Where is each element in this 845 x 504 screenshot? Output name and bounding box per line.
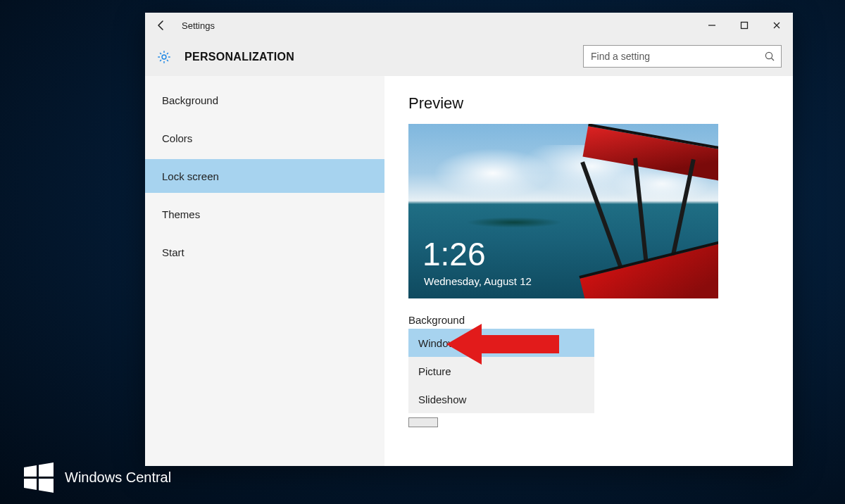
sidebar-item-label: Colors bbox=[162, 132, 192, 144]
sidebar-item-label: Start bbox=[162, 246, 184, 258]
svg-point-2 bbox=[162, 55, 166, 59]
background-dropdown[interactable]: Windows spotlight Picture Slideshow bbox=[408, 329, 594, 413]
lock-screen-preview: 1:26 Wednesday, August 12 bbox=[408, 124, 718, 298]
section-title: PERSONALIZATION bbox=[184, 51, 294, 63]
maximize-button[interactable] bbox=[728, 13, 760, 38]
sidebar-item-start[interactable]: Start bbox=[145, 235, 384, 269]
svg-marker-8 bbox=[24, 479, 37, 490]
sidebar-item-colors[interactable]: Colors bbox=[145, 121, 384, 155]
watermark: Windows Central bbox=[21, 460, 171, 494]
background-option-slideshow[interactable]: Slideshow bbox=[408, 385, 594, 413]
window-title: Settings bbox=[182, 20, 215, 31]
minimize-button[interactable] bbox=[696, 13, 728, 38]
back-button[interactable] bbox=[145, 13, 177, 38]
titlebar: Settings bbox=[145, 13, 793, 38]
preview-time: 1:26 bbox=[423, 238, 486, 270]
background-option-picture[interactable]: Picture bbox=[408, 357, 594, 385]
svg-rect-1 bbox=[741, 23, 748, 29]
svg-line-4 bbox=[772, 58, 775, 61]
background-label: Background bbox=[408, 314, 769, 326]
partial-hidden-button[interactable] bbox=[408, 417, 438, 427]
option-label: Picture bbox=[418, 365, 451, 377]
svg-point-3 bbox=[765, 52, 772, 58]
header-row: PERSONALIZATION bbox=[145, 38, 793, 76]
preview-heading: Preview bbox=[408, 94, 769, 113]
settings-body: Background Colors Lock screen Themes Sta… bbox=[145, 76, 793, 466]
watermark-text: Windows Central bbox=[65, 470, 171, 486]
window-controls bbox=[696, 13, 793, 38]
option-label: Windows spotlight bbox=[418, 337, 503, 349]
svg-marker-6 bbox=[24, 465, 37, 477]
search-input[interactable] bbox=[591, 51, 753, 62]
background-option-spotlight[interactable]: Windows spotlight bbox=[408, 329, 594, 357]
svg-marker-7 bbox=[39, 462, 54, 477]
sidebar-item-label: Themes bbox=[162, 208, 200, 220]
sidebar-item-label: Background bbox=[162, 94, 218, 106]
gear-icon bbox=[156, 49, 172, 65]
sidebar-item-lock-screen[interactable]: Lock screen bbox=[145, 159, 384, 193]
sidebar: Background Colors Lock screen Themes Sta… bbox=[145, 76, 384, 466]
settings-window: Settings PERSONALIZATION bbox=[145, 13, 793, 466]
close-button[interactable] bbox=[760, 13, 793, 38]
preview-date: Wednesday, August 12 bbox=[424, 275, 532, 287]
option-label: Slideshow bbox=[418, 393, 466, 405]
search-box[interactable] bbox=[583, 45, 782, 68]
windows-logo-icon bbox=[21, 460, 55, 494]
search-icon bbox=[764, 51, 775, 62]
sidebar-item-label: Lock screen bbox=[162, 170, 219, 182]
sidebar-item-themes[interactable]: Themes bbox=[145, 197, 384, 231]
svg-marker-9 bbox=[39, 479, 54, 493]
sidebar-item-background[interactable]: Background bbox=[145, 83, 384, 117]
main-content: Preview 1:26 Wednesday, August 12 Backgr… bbox=[384, 76, 793, 466]
